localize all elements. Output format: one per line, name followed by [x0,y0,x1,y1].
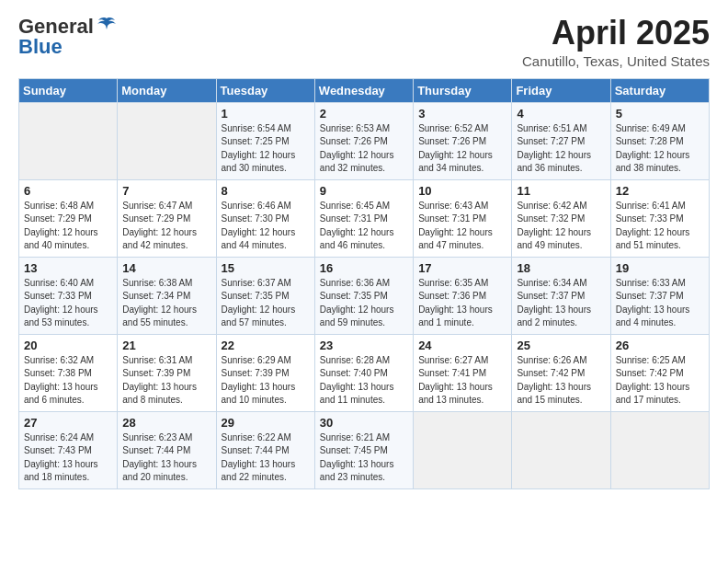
day-info: Sunrise: 6:21 AM Sunset: 7:45 PM Dayligh… [320,431,408,485]
day-number: 5 [616,107,704,121]
day-number: 4 [517,107,605,121]
day-number: 23 [320,339,408,352]
day-number: 16 [320,261,408,275]
day-info: Sunrise: 6:47 AM Sunset: 7:29 PM Dayligh… [122,200,210,253]
calendar-week-row: 27Sunrise: 6:24 AM Sunset: 7:43 PM Dayli… [19,411,710,488]
day-info: Sunrise: 6:42 AM Sunset: 7:32 PM Dayligh… [517,200,605,253]
calendar-cell: 5Sunrise: 6:49 AM Sunset: 7:28 PM Daylig… [610,102,709,179]
calendar-cell [118,102,216,179]
calendar-week-row: 1Sunrise: 6:54 AM Sunset: 7:25 PM Daylig… [19,102,710,179]
calendar-cell: 8Sunrise: 6:46 AM Sunset: 7:30 PM Daylig… [216,179,314,257]
calendar-cell: 6Sunrise: 6:48 AM Sunset: 7:29 PM Daylig… [19,179,118,257]
day-number: 24 [418,339,506,352]
logo-bird-icon [97,17,117,33]
month-title: April 2025 [522,15,710,52]
day-number: 7 [122,184,210,198]
day-number: 15 [222,261,310,275]
calendar-cell: 15Sunrise: 6:37 AM Sunset: 7:35 PM Dayli… [216,257,314,334]
calendar-cell: 4Sunrise: 6:51 AM Sunset: 7:27 PM Daylig… [512,102,610,179]
day-info: Sunrise: 6:22 AM Sunset: 7:44 PM Dayligh… [222,431,310,485]
day-number: 6 [24,184,112,198]
day-info: Sunrise: 6:23 AM Sunset: 7:44 PM Dayligh… [122,431,210,485]
day-info: Sunrise: 6:52 AM Sunset: 7:26 PM Dayligh… [418,122,506,176]
calendar-page: General Blue April 2025 Canutillo, Texas… [0,0,728,563]
day-info: Sunrise: 6:37 AM Sunset: 7:35 PM Dayligh… [222,277,310,330]
day-number: 12 [616,184,704,198]
calendar-cell: 27Sunrise: 6:24 AM Sunset: 7:43 PM Dayli… [19,411,118,488]
day-info: Sunrise: 6:28 AM Sunset: 7:40 PM Dayligh… [320,354,408,408]
calendar-cell: 12Sunrise: 6:41 AM Sunset: 7:33 PM Dayli… [610,179,709,257]
calendar-cell [414,411,512,488]
title-block: April 2025 Canutillo, Texas, United Stat… [522,15,710,69]
day-number: 20 [24,339,112,352]
calendar-cell [19,102,118,179]
calendar-cell: 16Sunrise: 6:36 AM Sunset: 7:35 PM Dayli… [314,257,413,334]
day-number: 25 [517,339,605,352]
calendar-cell: 11Sunrise: 6:42 AM Sunset: 7:32 PM Dayli… [512,179,610,257]
day-number: 30 [320,416,408,430]
day-number: 1 [222,107,310,121]
calendar-cell: 23Sunrise: 6:28 AM Sunset: 7:40 PM Dayli… [314,334,413,411]
day-number: 28 [122,416,210,430]
calendar-cell: 22Sunrise: 6:29 AM Sunset: 7:39 PM Dayli… [216,334,314,411]
day-info: Sunrise: 6:46 AM Sunset: 7:30 PM Dayligh… [222,200,310,253]
calendar-cell [512,411,610,488]
calendar-table: SundayMondayTuesdayWednesdayThursdayFrid… [18,78,710,489]
calendar-cell: 29Sunrise: 6:22 AM Sunset: 7:44 PM Dayli… [216,411,314,488]
day-info: Sunrise: 6:51 AM Sunset: 7:27 PM Dayligh… [517,122,605,176]
calendar-cell: 17Sunrise: 6:35 AM Sunset: 7:36 PM Dayli… [414,257,512,334]
day-number: 22 [222,339,310,352]
calendar-header-row: SundayMondayTuesdayWednesdayThursdayFrid… [19,78,710,102]
day-info: Sunrise: 6:49 AM Sunset: 7:28 PM Dayligh… [616,122,704,176]
calendar-cell: 3Sunrise: 6:52 AM Sunset: 7:26 PM Daylig… [414,102,512,179]
day-info: Sunrise: 6:33 AM Sunset: 7:37 PM Dayligh… [616,277,704,330]
calendar-week-row: 13Sunrise: 6:40 AM Sunset: 7:33 PM Dayli… [19,257,710,334]
calendar-cell: 26Sunrise: 6:25 AM Sunset: 7:42 PM Dayli… [610,334,709,411]
calendar-cell: 1Sunrise: 6:54 AM Sunset: 7:25 PM Daylig… [216,102,314,179]
location-title: Canutillo, Texas, United States [522,53,710,69]
day-info: Sunrise: 6:41 AM Sunset: 7:33 PM Dayligh… [616,200,704,253]
calendar-cell: 20Sunrise: 6:32 AM Sunset: 7:38 PM Dayli… [19,334,118,411]
day-info: Sunrise: 6:27 AM Sunset: 7:41 PM Dayligh… [418,354,506,408]
day-info: Sunrise: 6:43 AM Sunset: 7:31 PM Dayligh… [418,200,506,253]
calendar-cell [610,411,709,488]
calendar-week-row: 20Sunrise: 6:32 AM Sunset: 7:38 PM Dayli… [19,334,710,411]
weekday-header-sunday: Sunday [19,78,118,102]
calendar-cell: 2Sunrise: 6:53 AM Sunset: 7:26 PM Daylig… [314,102,413,179]
weekday-header-wednesday: Wednesday [314,78,413,102]
day-info: Sunrise: 6:34 AM Sunset: 7:37 PM Dayligh… [517,277,605,330]
day-info: Sunrise: 6:29 AM Sunset: 7:39 PM Dayligh… [222,354,310,408]
logo-blue: Blue [18,35,63,59]
day-info: Sunrise: 6:35 AM Sunset: 7:36 PM Dayligh… [418,277,506,330]
day-number: 3 [418,107,506,121]
day-info: Sunrise: 6:24 AM Sunset: 7:43 PM Dayligh… [24,431,112,485]
day-number: 27 [24,416,112,430]
day-number: 17 [418,261,506,275]
weekday-header-thursday: Thursday [414,78,512,102]
day-number: 10 [418,184,506,198]
day-number: 8 [222,184,310,198]
day-number: 2 [320,107,408,121]
calendar-cell: 25Sunrise: 6:26 AM Sunset: 7:42 PM Dayli… [512,334,610,411]
day-number: 21 [122,339,210,352]
day-number: 14 [122,261,210,275]
calendar-cell: 10Sunrise: 6:43 AM Sunset: 7:31 PM Dayli… [414,179,512,257]
calendar-cell: 13Sunrise: 6:40 AM Sunset: 7:33 PM Dayli… [19,257,118,334]
day-info: Sunrise: 6:48 AM Sunset: 7:29 PM Dayligh… [24,200,112,253]
day-info: Sunrise: 6:38 AM Sunset: 7:34 PM Dayligh… [122,277,210,330]
day-info: Sunrise: 6:26 AM Sunset: 7:42 PM Dayligh… [517,354,605,408]
calendar-cell: 18Sunrise: 6:34 AM Sunset: 7:37 PM Dayli… [512,257,610,334]
calendar-cell: 19Sunrise: 6:33 AM Sunset: 7:37 PM Dayli… [610,257,709,334]
day-info: Sunrise: 6:25 AM Sunset: 7:42 PM Dayligh… [616,354,704,408]
logo: General Blue [18,15,117,59]
day-info: Sunrise: 6:53 AM Sunset: 7:26 PM Dayligh… [320,122,408,176]
weekday-header-saturday: Saturday [610,78,709,102]
day-info: Sunrise: 6:40 AM Sunset: 7:33 PM Dayligh… [24,277,112,330]
day-info: Sunrise: 6:31 AM Sunset: 7:39 PM Dayligh… [122,354,210,408]
day-number: 29 [222,416,310,430]
day-info: Sunrise: 6:32 AM Sunset: 7:38 PM Dayligh… [24,354,112,408]
calendar-cell: 21Sunrise: 6:31 AM Sunset: 7:39 PM Dayli… [118,334,216,411]
calendar-cell: 14Sunrise: 6:38 AM Sunset: 7:34 PM Dayli… [118,257,216,334]
day-number: 11 [517,184,605,198]
calendar-week-row: 6Sunrise: 6:48 AM Sunset: 7:29 PM Daylig… [19,179,710,257]
